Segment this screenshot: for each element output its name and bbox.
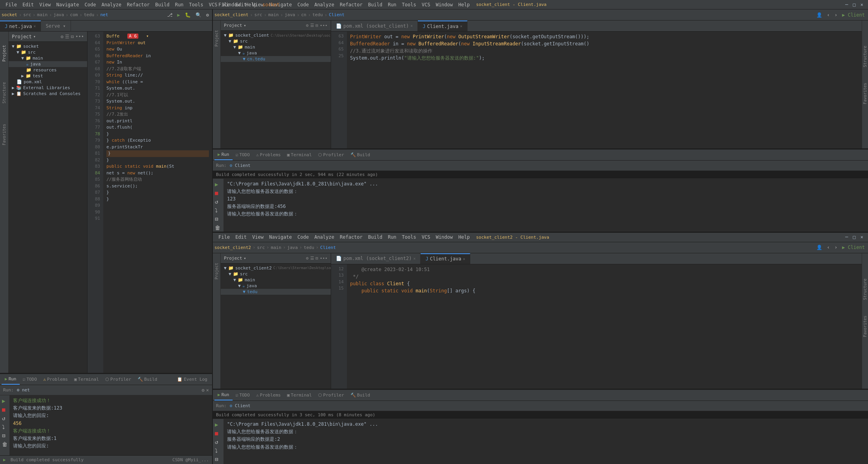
- run-btn-stop-tr[interactable]: ■: [214, 189, 223, 197]
- run-btn-clear-tr[interactable]: 🗑: [214, 224, 223, 232]
- proj-collapse-btn[interactable]: ⊟: [316, 23, 319, 28]
- left-code-content[interactable]: Buffe A 6 ▾ PrintWriter out new Ou Buffe…: [103, 32, 212, 373]
- menu-analyze[interactable]: Analyze: [99, 1, 124, 8]
- run-btn-rerun-tr[interactable]: ▶: [214, 180, 223, 188]
- toolbar-btn-forward[interactable]: ›: [833, 11, 839, 19]
- favorites-label[interactable]: Favorites: [863, 83, 867, 104]
- run-btn-small[interactable]: ▶: [3, 457, 6, 462]
- bottom-tab-profiler-left[interactable]: ⬡ Profiler: [102, 374, 134, 385]
- tab-close-btn[interactable]: ×: [460, 24, 462, 28]
- side-label-project2[interactable]: Project: [214, 263, 219, 279]
- vertical-tab-structure[interactable]: Structure: [1, 80, 7, 105]
- bottom-tab-run[interactable]: ▶ Run: [2, 374, 20, 385]
- toolbar-btn-git[interactable]: ⎇: [166, 11, 174, 19]
- tab-client-java[interactable]: J Client.java ×: [418, 21, 468, 31]
- project-dropdown2[interactable]: ▾: [244, 256, 246, 260]
- proj-more-btn2[interactable]: •••: [320, 256, 328, 261]
- proj-collapse-btn2[interactable]: ⊟: [316, 256, 319, 261]
- bottom-tab-problems-br[interactable]: ⚠ Problems: [253, 390, 284, 400]
- side-label-project[interactable]: Project: [214, 30, 219, 47]
- menu-item[interactable]: Edit: [233, 234, 249, 241]
- menu-edit[interactable]: Edit: [20, 1, 36, 8]
- proj-btn-sync[interactable]: ⚙: [61, 34, 63, 39]
- run-close-btn[interactable]: ×: [206, 387, 209, 393]
- run-btn-restore[interactable]: ↺: [1, 414, 9, 422]
- tree-item-resources[interactable]: 📁 resources: [9, 67, 87, 73]
- menu-item[interactable]: Navigate: [267, 234, 294, 241]
- tab-pom-xml-client2[interactable]: 📄 pom.xml (socket_client2) ×: [331, 253, 421, 264]
- menu-item[interactable]: Help: [456, 234, 472, 241]
- toolbar-btn-search[interactable]: 🔍: [194, 11, 203, 19]
- menu-item[interactable]: Run: [386, 234, 399, 241]
- menu-item[interactable]: Build: [366, 234, 385, 241]
- menu-item[interactable]: Tools: [400, 1, 419, 8]
- toolbar-btn-run[interactable]: ▶ Client: [840, 11, 866, 19]
- run-btn-rerun-br[interactable]: ▶: [214, 421, 223, 428]
- project-dropdown[interactable]: ▾: [244, 23, 246, 28]
- tree-item-java-2[interactable]: ▼ ☕ java: [221, 50, 331, 56]
- bottom-tab-terminal-br[interactable]: ▣ Terminal: [284, 390, 315, 400]
- run-btn-stop[interactable]: ■: [1, 406, 9, 413]
- proj-btn-settings[interactable]: •••: [75, 34, 84, 39]
- structure-label[interactable]: Structure: [863, 46, 867, 67]
- tree-item-scratches[interactable]: ▶ 📋 Scratches and Consoles: [9, 91, 87, 97]
- proj-gear-btn[interactable]: ⚙: [306, 23, 309, 28]
- bottom-tab-build-tr[interactable]: 🔨 Build: [347, 150, 373, 160]
- menu-item[interactable]: Analyze: [312, 234, 337, 241]
- run-btn-stop-br[interactable]: ■: [214, 429, 223, 437]
- tree-item-pomxml[interactable]: 📄 pom.xml: [9, 79, 87, 85]
- bottom-tab-todo-br[interactable]: ☑ TODO: [233, 390, 253, 400]
- proj-btn-filter[interactable]: ☰: [65, 34, 69, 39]
- menu-help[interactable]: Help: [243, 1, 259, 8]
- run-btn-scroll-tr[interactable]: ⤵: [214, 206, 223, 214]
- tree-item-socket[interactable]: ▼ 📁 socket: [9, 43, 87, 49]
- bottom-tab-profiler-tr[interactable]: ⬡ Profiler: [315, 150, 347, 160]
- project-dropdown[interactable]: ▾: [34, 34, 36, 39]
- bottom-tab-build-br[interactable]: 🔨 Build: [347, 390, 373, 400]
- menu-item[interactable]: View: [250, 234, 266, 241]
- bottom-tab-problems-tr[interactable]: ⚠ Problems: [253, 150, 284, 160]
- tree-item-socket-client[interactable]: ▼ 📁 socket_client C:\Users\Sterman\Deskt…: [221, 32, 331, 38]
- tree-item-main-2[interactable]: ▼ 📁 main: [221, 44, 331, 50]
- bottom-tab-eventlog[interactable]: 📋 Event Log: [174, 374, 210, 385]
- menu-build[interactable]: Build: [153, 1, 172, 8]
- run-btn-filter-tr[interactable]: ⊟: [214, 215, 223, 223]
- tree-item-src-2[interactable]: ▼ 📁 src: [221, 38, 331, 44]
- toolbar-btn-user2[interactable]: 👤: [815, 244, 824, 251]
- toolbar-btn-forward2[interactable]: ›: [833, 244, 839, 251]
- tab-client-java2[interactable]: J Client.java ×: [421, 253, 470, 264]
- menu-item[interactable]: Refactor: [337, 1, 365, 8]
- menu-code[interactable]: Code: [82, 1, 99, 8]
- menu-vcs[interactable]: VCS: [207, 1, 220, 8]
- bottom-tab-todo-tr[interactable]: ☑ TODO: [233, 150, 253, 160]
- menu-navigate[interactable]: Navigate: [54, 1, 82, 8]
- run-settings-btn[interactable]: ⚙: [202, 387, 205, 393]
- tree-item-src[interactable]: ▼ 📁 src: [9, 49, 87, 55]
- win-btn-max[interactable]: □: [851, 2, 857, 7]
- win-btn-close[interactable]: ×: [859, 2, 865, 7]
- toolbar-btn-run2[interactable]: ▶ Client: [840, 244, 866, 251]
- run-btn-scroll-br[interactable]: ⤵: [214, 447, 223, 455]
- toolbar-btn-settings[interactable]: ⚙: [205, 11, 210, 19]
- toolbar-btn-user[interactable]: 👤: [815, 11, 824, 19]
- win-btn-min[interactable]: ─: [844, 2, 849, 7]
- bottom-tab-terminal[interactable]: ▣ Terminal: [71, 374, 102, 385]
- bottom-tab-terminal-tr[interactable]: ▣ Terminal: [284, 150, 315, 160]
- toolbar-btn-run[interactable]: ▶: [176, 11, 182, 19]
- bottom-tab-build[interactable]: 🔨 Build: [134, 374, 160, 385]
- proj-more-btn[interactable]: •••: [320, 23, 328, 28]
- tree-item-test[interactable]: ▶ 📁 test: [9, 73, 87, 79]
- win-btn-min2[interactable]: ─: [844, 234, 849, 240]
- menu-item[interactable]: Run: [386, 1, 399, 8]
- bottom-tab-run-br[interactable]: ▶ Run: [214, 390, 233, 400]
- menu-item[interactable]: Help: [456, 1, 472, 8]
- tab-close-btn-br2[interactable]: ×: [463, 257, 465, 261]
- menu-item[interactable]: Code: [295, 1, 311, 8]
- structure-label-br[interactable]: Structure: [863, 279, 867, 300]
- menu-item[interactable]: Tools: [400, 234, 419, 241]
- menu-item[interactable]: VCS: [419, 234, 433, 241]
- proj-menu-btn2[interactable]: ☰: [310, 256, 314, 261]
- tree-item-src-br[interactable]: ▼ 📁 src: [221, 271, 331, 277]
- tab-close-btn[interactable]: ×: [410, 24, 413, 28]
- bottom-tab-run-tr[interactable]: ▶ Run: [214, 150, 233, 160]
